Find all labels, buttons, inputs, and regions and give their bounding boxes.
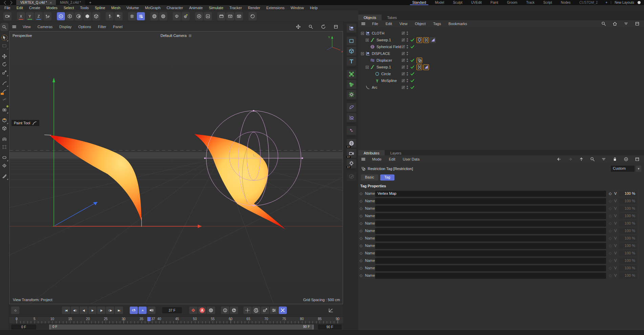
viewport-zoom-icon[interactable] bbox=[308, 24, 313, 29]
keyframe-diamond-icon[interactable]: ◇ bbox=[609, 273, 611, 278]
name-input[interactable] bbox=[375, 243, 606, 249]
keyframe-diamond-icon[interactable]: ◇ bbox=[609, 214, 611, 218]
scale-tool[interactable] bbox=[0, 68, 8, 77]
visibility-dots[interactable] bbox=[407, 65, 408, 69]
object-name[interactable]: Displacer bbox=[377, 58, 392, 62]
layer-toggle[interactable] bbox=[402, 45, 405, 48]
previous-frame-button[interactable]: ◀| bbox=[80, 307, 88, 314]
nav-forward-icon[interactable] bbox=[9, 0, 14, 5]
keyframe-diamond-icon[interactable]: ◇ bbox=[360, 258, 362, 263]
mode-tab-basic[interactable]: Basic bbox=[361, 174, 378, 181]
add-spline-button[interactable] bbox=[347, 37, 356, 45]
model-mode-button[interactable] bbox=[92, 12, 100, 20]
frame-number[interactable]: 50 bbox=[193, 317, 197, 321]
next-key-button[interactable]: ◇▶ bbox=[106, 307, 114, 314]
keyframe-diamond-icon[interactable]: ◇ bbox=[360, 229, 362, 233]
keyframe-diamond-icon[interactable]: ◇ bbox=[609, 251, 611, 255]
solid-mode-button[interactable] bbox=[83, 12, 91, 20]
keyframe-diamond-icon[interactable]: ◇ bbox=[360, 191, 362, 196]
autokeying-button[interactable]: A bbox=[198, 307, 206, 314]
material-editor-button[interactable] bbox=[347, 172, 356, 181]
sound-button[interactable] bbox=[147, 307, 155, 314]
record-parameter-button[interactable] bbox=[270, 307, 278, 314]
object-row-sweep-1[interactable]: +Sweep.1 bbox=[358, 37, 644, 43]
tag-properties-section-title[interactable]: Tag Properties bbox=[360, 184, 386, 188]
layer-toggle[interactable] bbox=[402, 32, 405, 35]
sketch-tool[interactable] bbox=[0, 87, 8, 95]
frame-number[interactable]: 55 bbox=[211, 317, 215, 321]
attr-magnifier-icon[interactable] bbox=[590, 157, 595, 162]
record-position-button[interactable] bbox=[243, 307, 252, 314]
om-menu-object[interactable]: Object bbox=[411, 22, 429, 26]
record-rotation-button[interactable] bbox=[252, 307, 260, 314]
range-start-field[interactable]: 0 F bbox=[11, 324, 36, 330]
frame-number[interactable]: 65 bbox=[246, 317, 250, 321]
object-name[interactable]: MoSpline bbox=[381, 79, 397, 83]
om-menu-bookmarks[interactable]: Bookmarks bbox=[445, 22, 471, 26]
keyframe-diamond-icon[interactable]: ◇ bbox=[609, 206, 611, 211]
add-layout-button[interactable]: + bbox=[605, 1, 607, 4]
render-picture-viewer-button[interactable] bbox=[226, 12, 234, 20]
viewport-menu-panel[interactable]: Panel bbox=[110, 25, 126, 29]
tab-objects[interactable]: Objects bbox=[358, 15, 382, 20]
object-name[interactable]: Sweep.1 bbox=[377, 38, 391, 42]
frame-number[interactable]: 70 bbox=[264, 317, 268, 321]
layout-tab-model[interactable]: Model bbox=[430, 0, 448, 5]
attr-menu-user-data[interactable]: User Data bbox=[399, 157, 424, 161]
object-name[interactable]: CLOTH bbox=[372, 31, 384, 35]
enabled-check-icon[interactable] bbox=[410, 44, 415, 49]
om-menu-file[interactable]: File bbox=[368, 22, 382, 26]
frame-number[interactable]: 45 bbox=[175, 317, 179, 321]
add-light-button[interactable]: ST bbox=[347, 159, 356, 168]
add-deformer-button[interactable] bbox=[347, 103, 356, 112]
attribute-menu-icon[interactable] bbox=[361, 157, 366, 162]
layer-toggle[interactable] bbox=[402, 65, 405, 69]
edge-mode-button[interactable] bbox=[66, 12, 74, 20]
menu-edit[interactable]: Edit bbox=[14, 6, 26, 10]
keyframe-diamond-icon[interactable]: ◇ bbox=[609, 258, 611, 263]
visibility-dots[interactable] bbox=[407, 79, 408, 82]
enabled-check-icon[interactable] bbox=[410, 85, 415, 90]
viewport-orbit-icon[interactable] bbox=[321, 24, 326, 29]
snap-grid-button[interactable] bbox=[128, 12, 136, 20]
layout-tab-paint[interactable]: Paint bbox=[486, 0, 503, 5]
layer-toggle[interactable] bbox=[402, 52, 405, 55]
capsule-tool[interactable] bbox=[0, 153, 8, 162]
menu-help[interactable]: Help bbox=[307, 6, 321, 10]
add-sky-button[interactable]: ST bbox=[347, 139, 356, 148]
om-filter-icon[interactable] bbox=[624, 21, 628, 26]
attr-panel-box-icon[interactable] bbox=[635, 157, 640, 162]
keying-settings-button[interactable] bbox=[207, 307, 215, 314]
viewport-menu-cameras[interactable]: Cameras bbox=[34, 25, 56, 29]
strength-field[interactable]: 100 % bbox=[619, 191, 637, 197]
viewport-toggle-icon[interactable] bbox=[334, 24, 338, 29]
viewport-pan-icon[interactable] bbox=[296, 24, 301, 29]
tab-attributes[interactable]: Attributes bbox=[358, 150, 385, 156]
camera-label[interactable]: Default Camera ⊞ bbox=[160, 34, 191, 38]
keyframe-diamond-icon[interactable]: ◇ bbox=[609, 236, 611, 240]
extrude-tool[interactable] bbox=[0, 116, 8, 124]
document-tab[interactable]: VERTEX_Q.c4d *× bbox=[16, 0, 56, 5]
name-input[interactable] bbox=[375, 221, 606, 227]
attr-arrow-up-icon[interactable] bbox=[579, 157, 584, 162]
strength-field[interactable]: 100 % bbox=[619, 206, 637, 212]
attr-menu-edit[interactable]: Edit bbox=[385, 157, 399, 161]
visibility-dots[interactable] bbox=[407, 86, 408, 89]
menu-character[interactable]: Character bbox=[164, 6, 186, 10]
keyframe-diamond-icon[interactable]: ◇ bbox=[360, 266, 362, 270]
keyframe-diamond-icon[interactable]: ◇ bbox=[609, 221, 611, 226]
mode-tab-tag[interactable]: Tag bbox=[380, 174, 394, 181]
knife-tool[interactable] bbox=[0, 172, 8, 180]
record-pla-button[interactable] bbox=[279, 307, 287, 314]
live-selection-tool[interactable] bbox=[0, 34, 8, 42]
viewport-menu-filter[interactable]: Filter bbox=[94, 25, 109, 29]
axis-y-lock-button[interactable]: Y bbox=[26, 12, 34, 20]
menu-select[interactable]: Select bbox=[61, 6, 77, 10]
frame-number[interactable]: 10 bbox=[50, 317, 54, 321]
om-menu-tags[interactable]: Tags bbox=[429, 22, 445, 26]
menu-volume[interactable]: Volume bbox=[124, 6, 142, 10]
om-magnifier-icon[interactable] bbox=[601, 21, 606, 26]
axis-z-lock-button[interactable]: Z bbox=[35, 12, 43, 20]
add-document-tab-button[interactable]: + bbox=[85, 0, 95, 5]
tab-takes[interactable]: Takes bbox=[382, 15, 402, 20]
